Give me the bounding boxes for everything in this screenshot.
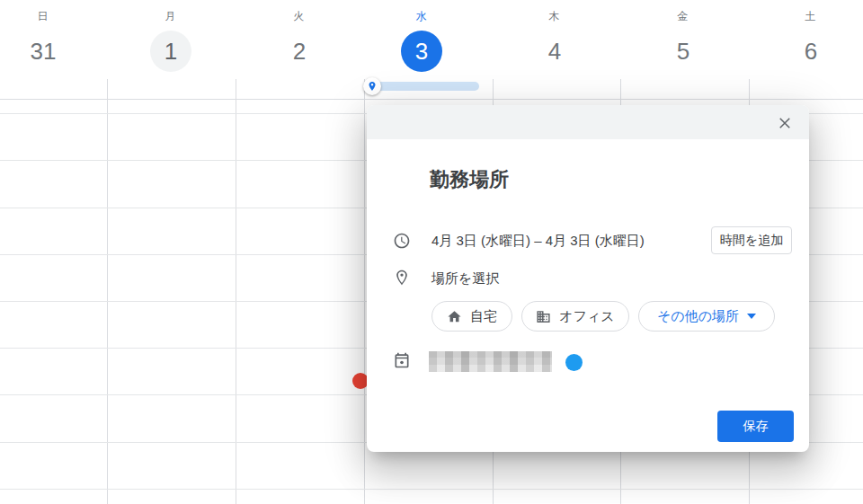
date-number[interactable]: 31 bbox=[22, 31, 64, 72]
date-number-selected[interactable]: 3 bbox=[401, 31, 442, 72]
day-header-sun[interactable]: 日 31 bbox=[3, 9, 84, 72]
date-number[interactable]: 5 bbox=[663, 31, 704, 72]
office-icon bbox=[536, 309, 551, 324]
calendar-icon bbox=[393, 351, 411, 369]
day-header-fri[interactable]: 金 5 bbox=[643, 9, 724, 72]
weekday-label: 火 bbox=[259, 9, 340, 24]
date-range-text: 4月 3日 (水曜日) – 4月 3日 (水曜日) bbox=[432, 226, 645, 255]
working-location-dialog: 勤務場所 4月 3日 (水曜日) – 4月 3日 (水曜日) 時間を追加 場所を… bbox=[367, 105, 809, 452]
weekday-label: 水 bbox=[381, 9, 462, 24]
grid-line bbox=[236, 79, 236, 504]
calendar-selector-redacted[interactable] bbox=[429, 351, 552, 372]
weekday-label: 木 bbox=[514, 9, 595, 24]
date-number[interactable]: 4 bbox=[534, 31, 575, 72]
weekday-label: 月 bbox=[130, 9, 211, 24]
weekday-label: 金 bbox=[643, 9, 724, 24]
add-time-button[interactable]: 時間を追加 bbox=[711, 226, 792, 254]
working-location-event-badge[interactable] bbox=[363, 77, 381, 95]
location-pin-icon bbox=[393, 269, 411, 287]
home-icon bbox=[447, 309, 462, 324]
close-button[interactable] bbox=[768, 106, 802, 139]
calendar-week-view: 日 31 月 1 火 2 水 3 木 4 金 5 土 6 bbox=[0, 0, 863, 504]
grid-line bbox=[107, 79, 108, 504]
close-icon bbox=[777, 115, 793, 131]
day-header-wed-selected[interactable]: 水 3 bbox=[381, 9, 462, 72]
grid-line bbox=[0, 489, 863, 490]
grid-line bbox=[364, 79, 365, 504]
chip-label: その他の場所 bbox=[657, 308, 739, 325]
chip-office[interactable]: オフィス bbox=[521, 301, 629, 332]
location-select-label: 場所を選択 bbox=[432, 268, 499, 289]
day-header-thu[interactable]: 木 4 bbox=[514, 9, 595, 72]
dialog-header-bar bbox=[367, 105, 809, 139]
chip-label: オフィス bbox=[559, 308, 614, 325]
day-header-mon[interactable]: 月 1 bbox=[130, 9, 211, 72]
date-number[interactable]: 6 bbox=[790, 31, 832, 72]
date-number[interactable]: 2 bbox=[279, 31, 320, 72]
chip-other-location[interactable]: その他の場所 bbox=[638, 301, 775, 332]
weekday-label: 日 bbox=[3, 9, 84, 24]
dialog-title: 勤務場所 bbox=[430, 166, 509, 193]
working-location-event-pill[interactable] bbox=[372, 82, 479, 91]
day-header-sat[interactable]: 土 6 bbox=[770, 9, 851, 72]
clock-icon bbox=[393, 232, 411, 250]
grid-line bbox=[0, 99, 863, 100]
location-pin-icon bbox=[367, 81, 378, 92]
caret-down-icon bbox=[747, 314, 756, 319]
weekday-label: 土 bbox=[770, 9, 851, 24]
calendar-color-dot bbox=[565, 354, 583, 371]
day-header-tue[interactable]: 火 2 bbox=[259, 9, 340, 72]
chip-label: 自宅 bbox=[470, 308, 497, 325]
date-number[interactable]: 1 bbox=[150, 31, 191, 72]
chip-home[interactable]: 自宅 bbox=[432, 301, 512, 332]
save-button[interactable]: 保存 bbox=[717, 411, 794, 442]
